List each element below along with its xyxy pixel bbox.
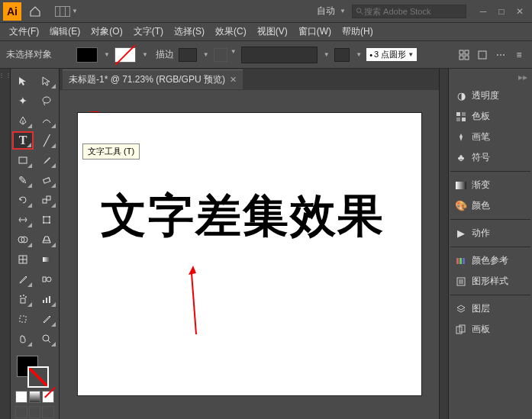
blend-tool[interactable] <box>36 270 57 288</box>
svg-point-7 <box>43 97 50 103</box>
stroke-swatch[interactable] <box>114 47 136 63</box>
panel-transparency[interactable]: ◑透明度 <box>450 85 530 106</box>
menu-file[interactable]: 文件(F) <box>5 24 44 40</box>
symbol-sprayer-tool[interactable] <box>12 290 34 308</box>
menu-help[interactable]: 帮助(H) <box>337 24 378 40</box>
search-input[interactable] <box>364 7 463 16</box>
dock-strip-left: ⋮⋮ <box>0 69 11 419</box>
transform-icon[interactable] <box>476 48 489 62</box>
svg-rect-6 <box>479 51 486 59</box>
svg-point-26 <box>20 295 21 297</box>
mesh-tool[interactable] <box>12 250 34 269</box>
close-tab-icon[interactable]: ✕ <box>230 75 237 85</box>
graphic-style-select[interactable]: •3 点圆形▼ <box>366 48 417 61</box>
scale-tool[interactable] <box>36 191 57 209</box>
fill-stroke-control[interactable] <box>12 354 57 389</box>
close-button[interactable]: ✕ <box>511 4 529 19</box>
fill-swatch[interactable] <box>76 47 98 63</box>
minimize-button[interactable]: ─ <box>474 4 492 19</box>
svg-rect-3 <box>465 50 469 54</box>
panel-color[interactable]: 🎨颜色 <box>450 195 530 216</box>
eyedropper-tool[interactable] <box>12 270 34 288</box>
maximize-button[interactable]: □ <box>492 4 511 19</box>
color-mode-none[interactable] <box>42 391 54 403</box>
document-tab[interactable]: 未标题-1* @ 71.23% (RGB/GPU 预览) ✕ <box>63 69 243 89</box>
draw-behind[interactable] <box>29 406 41 418</box>
curvature-tool[interactable] <box>36 111 57 130</box>
shaper-tool[interactable]: ✎ <box>12 171 34 189</box>
rotate-tool[interactable] <box>12 191 34 209</box>
panel-gradient[interactable]: 渐变 <box>450 175 530 195</box>
gradient-tool[interactable] <box>36 250 57 269</box>
menu-view[interactable]: 视图(V) <box>253 24 292 40</box>
panel-symbols[interactable]: ♣符号 <box>450 147 530 168</box>
menu-edit[interactable]: 编辑(E) <box>45 24 85 40</box>
menu-object[interactable]: 对象(O) <box>86 24 127 40</box>
canvas-area[interactable]: 文字工具 (T) 文字差集效果 <box>60 90 439 419</box>
artboard-text-object[interactable]: 文字差集效果 <box>101 185 385 247</box>
artboard-tool[interactable] <box>12 310 34 328</box>
home-icon[interactable] <box>26 2 44 21</box>
brushes-icon <box>455 131 467 143</box>
stroke-profile[interactable]: ▼ <box>214 48 237 62</box>
panel-artboards[interactable]: 画板 <box>450 319 530 340</box>
lasso-tool[interactable] <box>36 92 57 110</box>
type-tool-tooltip: 文字工具 (T) <box>82 143 140 160</box>
slice-tool[interactable] <box>36 310 57 328</box>
eraser-tool[interactable] <box>36 171 57 189</box>
brush-definition[interactable] <box>241 47 318 63</box>
line-tool[interactable]: ╱ <box>36 131 57 150</box>
transparency-icon: ◑ <box>455 90 467 102</box>
selection-tool[interactable] <box>12 72 34 90</box>
prefs-icon[interactable]: ⋯ <box>494 48 508 62</box>
panel-collapse-icon[interactable]: ▸▸ <box>450 72 530 82</box>
svg-rect-43 <box>456 182 466 189</box>
panel-brushes[interactable]: 画笔 <box>450 127 530 147</box>
svg-rect-44 <box>456 258 459 264</box>
menu-effect[interactable]: 效果(C) <box>211 24 251 40</box>
opacity-field[interactable] <box>334 48 350 62</box>
zoom-tool[interactable] <box>36 330 57 348</box>
pen-tool[interactable] <box>12 111 34 130</box>
panel-color-guide[interactable]: 颜色参考 <box>450 250 530 271</box>
free-transform-tool[interactable] <box>36 211 57 229</box>
width-tool[interactable] <box>12 211 34 229</box>
type-tool[interactable]: T <box>12 131 34 150</box>
svg-rect-5 <box>465 56 469 60</box>
graph-tool[interactable] <box>36 290 57 308</box>
color-mode-solid[interactable] <box>15 391 27 403</box>
direct-selection-tool[interactable] <box>36 72 57 90</box>
magic-wand-tool[interactable]: ✦ <box>12 92 34 110</box>
arrange-documents-button[interactable]: ▼ <box>50 5 82 18</box>
workspace-dropdown-icon[interactable]: ▼ <box>340 8 346 15</box>
panel-menu-icon[interactable]: ≡ <box>512 48 526 62</box>
gradient-icon <box>455 179 467 192</box>
panel-layers[interactable]: 图层 <box>450 298 530 319</box>
panel-actions[interactable]: ▶动作 <box>450 223 530 243</box>
search-stock-field[interactable] <box>352 5 466 18</box>
rectangle-tool[interactable] <box>12 151 34 169</box>
svg-rect-10 <box>43 199 47 203</box>
panel-swatches[interactable]: 色板 <box>450 106 530 127</box>
color-mode-gradient[interactable] <box>29 391 41 403</box>
menu-select[interactable]: 选择(S) <box>169 24 209 40</box>
stroke-color-box[interactable] <box>27 366 49 388</box>
panel-graphic-styles[interactable]: 图形样式 <box>450 271 530 292</box>
draw-normal[interactable] <box>15 406 27 418</box>
menu-type[interactable]: 文字(T) <box>129 24 168 40</box>
actions-icon: ▶ <box>455 227 467 240</box>
perspective-tool[interactable] <box>36 230 57 249</box>
draw-inside[interactable] <box>42 406 54 418</box>
svg-point-33 <box>43 335 49 341</box>
stroke-weight-field[interactable] <box>179 48 197 62</box>
align-icon[interactable] <box>457 48 471 62</box>
svg-rect-39 <box>456 112 460 116</box>
swatches-icon <box>455 111 467 123</box>
svg-point-13 <box>43 216 44 218</box>
shape-builder-tool[interactable] <box>12 230 34 249</box>
paintbrush-tool[interactable] <box>36 151 57 169</box>
svg-line-37 <box>192 273 196 334</box>
menu-window[interactable]: 窗口(W) <box>294 24 336 40</box>
workspace-label[interactable]: 自动 <box>317 5 335 18</box>
hand-tool[interactable] <box>12 330 34 348</box>
